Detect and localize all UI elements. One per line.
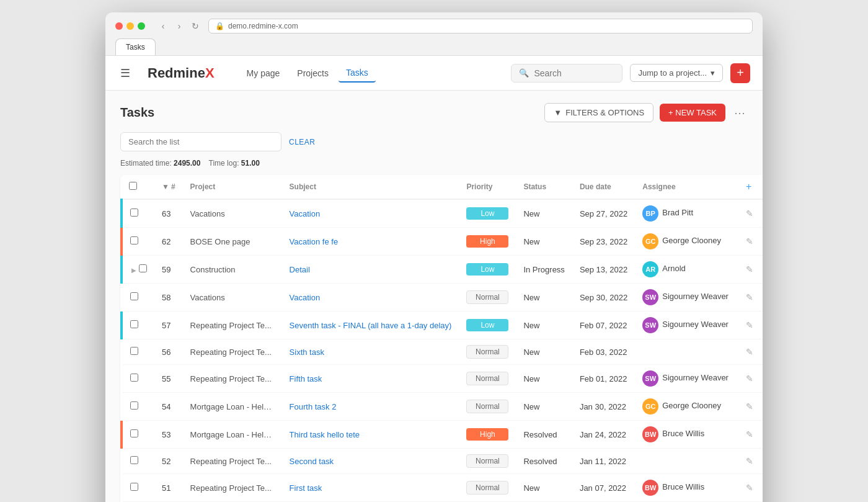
filters-button[interactable]: ▼ FILTERS & OPTIONS	[544, 103, 653, 122]
global-search[interactable]: 🔍	[511, 64, 622, 83]
row-checkbox-cell[interactable]	[122, 421, 154, 449]
task-subject-link[interactable]: Fifth task	[290, 374, 322, 383]
row-checkbox-cell[interactable]	[122, 365, 154, 393]
row-checkbox[interactable]	[130, 208, 138, 217]
task-subject-link[interactable]: First task	[290, 483, 322, 493]
row-more-button[interactable]: ⋮	[758, 207, 763, 220]
row-more-button[interactable]: ⋮	[758, 319, 763, 331]
row-checkbox[interactable]	[130, 429, 138, 437]
edit-row-button[interactable]: ✎	[743, 455, 756, 467]
add-column-button[interactable]: +	[743, 181, 754, 192]
forward-button[interactable]: ›	[172, 19, 186, 33]
task-subject-link[interactable]: Second task	[290, 457, 334, 466]
row-checkbox-cell[interactable]	[122, 228, 154, 256]
row-checkbox[interactable]	[130, 483, 138, 491]
address-bar[interactable]: 🔒 demo.redmine-x.com	[208, 19, 753, 34]
nav-projects[interactable]: Projects	[290, 65, 336, 82]
edit-row-button[interactable]: ✎	[743, 235, 756, 248]
th-number[interactable]: ▼ #	[154, 175, 183, 199]
jump-to-project[interactable]: Jump to a project... ▾	[630, 64, 723, 82]
edit-row-button[interactable]: ✎	[743, 428, 756, 441]
row-checkbox-cell[interactable]	[122, 284, 154, 312]
th-due-date[interactable]: Due date	[572, 175, 635, 199]
task-subject-link[interactable]: Vacation fe fe	[290, 237, 339, 246]
logo[interactable]: RedmineX	[148, 65, 215, 81]
task-subject-link[interactable]: Fourth task 2	[290, 402, 337, 411]
row-subject[interactable]: Sixth task	[282, 339, 459, 365]
task-subject-link[interactable]: Vacation	[290, 209, 321, 218]
row-more-button[interactable]: ⋮	[758, 291, 763, 303]
edit-row-button[interactable]: ✎	[743, 263, 756, 276]
row-checkbox[interactable]	[130, 236, 138, 244]
task-subject-link[interactable]: Third task hello tete	[290, 430, 360, 439]
edit-row-button[interactable]: ✎	[743, 346, 756, 358]
row-checkbox-cell[interactable]	[122, 199, 154, 228]
active-tab[interactable]: Tasks	[115, 38, 156, 55]
back-button[interactable]: ‹	[156, 19, 170, 33]
row-checkbox[interactable]	[130, 292, 138, 300]
reload-button[interactable]: ↻	[188, 19, 202, 33]
row-checkbox-cell[interactable]	[122, 339, 154, 365]
edit-row-button[interactable]: ✎	[743, 400, 756, 413]
th-subject[interactable]: Subject	[282, 175, 459, 199]
row-checkbox-cell[interactable]	[122, 393, 154, 421]
row-subject[interactable]: Fourth task 2	[282, 393, 459, 421]
new-task-button[interactable]: + NEW TASK	[660, 104, 725, 122]
global-add-button[interactable]: +	[730, 63, 750, 83]
row-checkbox-cell[interactable]	[122, 449, 154, 474]
row-checkbox[interactable]	[130, 320, 138, 328]
sort-number[interactable]: ▼ #	[162, 182, 175, 191]
task-subject-link[interactable]: Sixth task	[290, 347, 324, 357]
row-more-button[interactable]: ⋮	[758, 372, 763, 385]
row-more-button[interactable]: ⋮	[758, 235, 763, 248]
row-checkbox-cell[interactable]	[122, 474, 154, 502]
search-input[interactable]	[534, 68, 614, 78]
row-subject[interactable]: Vacation fe fe	[282, 228, 459, 256]
list-search-input[interactable]	[120, 132, 281, 151]
th-priority[interactable]: Priority	[459, 175, 516, 199]
task-subject-link[interactable]: Detail	[290, 265, 310, 274]
row-checkbox[interactable]	[130, 347, 138, 355]
maximize-dot[interactable]	[138, 22, 145, 30]
row-more-button[interactable]: ⋮	[758, 346, 763, 358]
row-subject[interactable]: Third task hello tete	[282, 421, 459, 449]
th-select-all[interactable]	[122, 175, 154, 199]
select-all-checkbox[interactable]	[129, 182, 137, 190]
edit-row-button[interactable]: ✎	[743, 291, 756, 303]
clear-button[interactable]: CLEAR	[289, 138, 316, 146]
th-status[interactable]: Status	[516, 175, 572, 199]
th-project[interactable]: Project	[183, 175, 282, 199]
task-subject-link[interactable]: Vacation	[290, 293, 321, 302]
row-checkbox[interactable]	[139, 264, 147, 272]
row-more-button[interactable]: ⋮	[758, 400, 763, 413]
row-subject[interactable]: Vacation	[282, 284, 459, 312]
row-more-button[interactable]: ⋮	[758, 455, 763, 467]
nav-mypage[interactable]: My page	[239, 65, 288, 82]
hamburger-button[interactable]: ☰	[118, 64, 133, 83]
row-subject[interactable]: Second task	[282, 449, 459, 474]
task-subject-link[interactable]: Seventh task - FINAL (all have a 1-day d…	[290, 321, 452, 330]
row-more-button[interactable]: ⋮	[758, 263, 763, 276]
row-checkbox[interactable]	[130, 401, 138, 410]
row-more-button[interactable]: ⋮	[758, 428, 763, 441]
row-subject[interactable]: Vacation	[282, 199, 459, 228]
row-more-button[interactable]: ⋮	[758, 482, 763, 494]
expand-row-button[interactable]: ▶	[130, 266, 138, 275]
th-assignee[interactable]: Assignee	[635, 175, 736, 199]
minimize-dot[interactable]	[126, 22, 134, 30]
row-subject[interactable]: Seventh task - FINAL (all have a 1-day d…	[282, 312, 459, 339]
row-checkbox[interactable]	[130, 374, 138, 382]
edit-row-button[interactable]: ✎	[743, 372, 756, 385]
nav-tasks[interactable]: Tasks	[339, 64, 376, 83]
edit-row-button[interactable]: ✎	[743, 319, 756, 331]
row-checkbox-cell[interactable]: ▶	[122, 256, 154, 284]
row-subject[interactable]: First task	[282, 474, 459, 502]
close-dot[interactable]	[115, 22, 123, 30]
more-options-button[interactable]: ⋯	[732, 104, 748, 122]
row-subject[interactable]: Detail	[282, 256, 459, 284]
row-checkbox-cell[interactable]	[122, 312, 154, 339]
edit-row-button[interactable]: ✎	[743, 482, 756, 494]
edit-row-button[interactable]: ✎	[743, 207, 756, 220]
row-subject[interactable]: Fifth task	[282, 365, 459, 393]
row-checkbox[interactable]	[130, 456, 138, 464]
